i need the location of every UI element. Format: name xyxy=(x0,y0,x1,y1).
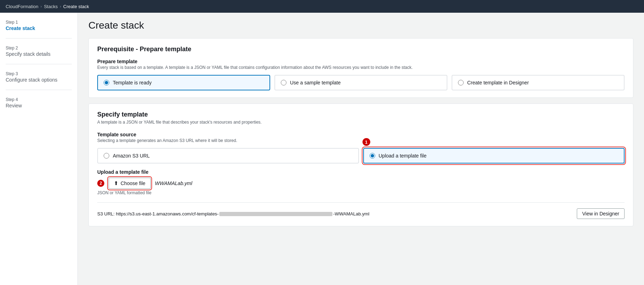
prerequisite-card: Prerequisite - Prepare template Prepare … xyxy=(88,38,633,98)
step3-name: Configure stack options xyxy=(6,77,72,83)
specify-template-title: Specify template xyxy=(97,111,625,118)
create-designer-radio[interactable] xyxy=(458,80,464,85)
sidebar-step-4: Step 4 Review xyxy=(6,97,72,115)
template-ready-option[interactable]: Template is ready xyxy=(97,75,270,90)
template-source-desc: Selecting a template generates an Amazon… xyxy=(97,138,625,143)
upload-file-option[interactable]: Upload a template file xyxy=(363,148,625,164)
step3-label: Step 3 xyxy=(6,71,72,76)
template-source-section: Template source Selecting a template gen… xyxy=(97,132,625,219)
cloudformation-link[interactable]: CloudFormation xyxy=(6,4,39,9)
specify-template-card: Specify template A template is a JSON or… xyxy=(88,103,633,226)
sidebar: Step 1 Create stack Step 2 Specify stack… xyxy=(0,13,78,285)
breadcrumb-current: Create stack xyxy=(63,4,89,9)
annotation-1-badge: 1 xyxy=(362,138,370,146)
breadcrumb-sep-1: › xyxy=(41,4,42,8)
s3-url-suffix: -WWAMALab.yml xyxy=(333,211,369,216)
prepare-template-desc: Every stack is based on a template. A te… xyxy=(97,65,625,70)
step1-label: Step 1 xyxy=(6,20,72,25)
view-designer-label: View in Designer xyxy=(582,211,619,216)
sample-template-option[interactable]: Use a sample template xyxy=(274,75,447,90)
upload-section: Upload a template file 2 ⬆ Choose file W… xyxy=(97,169,625,195)
create-designer-label: Create template in Designer xyxy=(467,80,529,85)
prepare-template-label: Prepare template xyxy=(97,59,625,64)
template-ready-label: Template is ready xyxy=(113,80,152,85)
amazon-s3-label: Amazon S3 URL xyxy=(113,153,150,159)
template-ready-radio[interactable] xyxy=(104,80,109,85)
step4-label: Step 4 xyxy=(6,97,72,102)
create-designer-option[interactable]: Create template in Designer xyxy=(452,75,625,90)
sidebar-step-1: Step 1 Create stack xyxy=(6,20,72,38)
upload-file-radio[interactable] xyxy=(370,153,375,159)
step2-label: Step 2 xyxy=(6,46,72,51)
file-name-text: WWAMALab.yml xyxy=(155,180,192,186)
content-area: Create stack Prerequisite - Prepare temp… xyxy=(78,13,644,285)
top-nav: CloudFormation › Stacks › Create stack xyxy=(0,0,644,13)
s3-url-blurred xyxy=(219,212,332,216)
upload-label: Upload a template file xyxy=(97,169,625,175)
step1-name: Create stack xyxy=(6,25,72,31)
stacks-link[interactable]: Stacks xyxy=(44,4,58,9)
upload-icon: ⬆ xyxy=(114,180,118,186)
sidebar-step-2: Step 2 Specify stack details xyxy=(6,46,72,64)
breadcrumb: CloudFormation › Stacks › Create stack xyxy=(6,4,89,9)
file-hint: JSON or YAML formatted file xyxy=(97,190,625,195)
specify-template-desc: A template is a JSON or YAML file that d… xyxy=(97,120,625,125)
page-title: Create stack xyxy=(88,20,633,31)
s3-url-text: S3 URL: https://s3.us-east-1.amazonaws.c… xyxy=(97,211,369,216)
sample-template-radio[interactable] xyxy=(281,80,286,85)
main-layout: Step 1 Create stack Step 2 Specify stack… xyxy=(0,13,644,285)
s3-url-row: S3 URL: https://s3.us-east-1.amazonaws.c… xyxy=(97,202,625,219)
choose-file-row: 2 ⬆ Choose file WWAMALab.yml xyxy=(97,178,625,189)
choose-file-label: Choose file xyxy=(121,180,145,186)
amazon-s3-option[interactable]: Amazon S3 URL xyxy=(97,148,359,164)
prerequisite-title: Prerequisite - Prepare template xyxy=(97,46,625,53)
upload-file-label: Upload a template file xyxy=(379,153,427,159)
choose-file-button[interactable]: ⬆ Choose file xyxy=(109,178,151,189)
sidebar-step-3: Step 3 Configure stack options xyxy=(6,71,72,90)
annotation-2-badge: 2 xyxy=(97,180,104,187)
breadcrumb-sep-2: › xyxy=(60,4,61,8)
template-source-label: Template source xyxy=(97,132,625,137)
step2-name: Specify stack details xyxy=(6,51,72,57)
source-options-wrapper: 1 Amazon S3 URL Upload a template file xyxy=(97,148,625,164)
prepare-template-options: Template is ready Use a sample template … xyxy=(97,75,625,90)
sample-template-label: Use a sample template xyxy=(290,80,341,85)
s3-url-prefix: S3 URL: https://s3.us-east-1.amazonaws.c… xyxy=(97,211,219,216)
step4-name: Review xyxy=(6,103,72,108)
amazon-s3-radio[interactable] xyxy=(104,153,109,159)
view-in-designer-button[interactable]: View in Designer xyxy=(577,208,625,219)
